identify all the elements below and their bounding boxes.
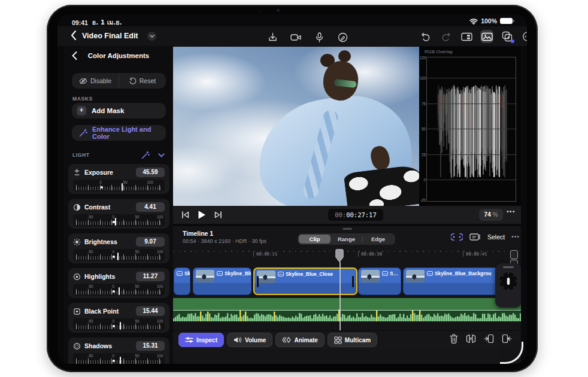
blade-icon[interactable]	[466, 334, 476, 343]
clip-skim-icon[interactable]	[469, 232, 481, 241]
timeline-ruler[interactable]: 00:00:1500:00:3000:00:45	[173, 249, 521, 264]
photo-icon	[217, 271, 223, 276]
slider-default-dot	[113, 256, 115, 258]
volume-button[interactable]: Volume	[227, 333, 272, 347]
multicam-button[interactable]: Multicam	[328, 333, 377, 347]
rgb-overlay-scope: RGB Overlay 1201007550250-20	[419, 47, 521, 206]
slider-value[interactable]: 11.27	[136, 272, 165, 281]
wifi-icon	[469, 18, 478, 25]
slider-cursor[interactable]	[119, 287, 120, 295]
ruler-tick-label: 50	[123, 180, 128, 184]
slider-cursor[interactable]	[120, 357, 121, 364]
blackpoint-icon	[73, 308, 81, 315]
animate-button[interactable]: Animate	[275, 333, 324, 347]
insert-clip-icon[interactable]	[484, 334, 494, 343]
panel-drag-handle[interactable]	[343, 228, 352, 230]
mode-edge[interactable]: Edge	[362, 235, 394, 244]
mic-icon[interactable]	[313, 31, 326, 44]
more-icon[interactable]	[521, 30, 527, 43]
clip-name: Skyline_Blue_Backgrou	[435, 270, 492, 276]
adjust-view-icon[interactable]	[460, 30, 473, 43]
slider-ruler[interactable]: -50050100	[73, 353, 165, 364]
slider-label: Brightness	[84, 238, 132, 245]
scope-gridline	[427, 129, 516, 129]
slider-value[interactable]: 15.31	[136, 341, 165, 351]
audio-clip[interactable]	[173, 298, 521, 321]
effects-icon[interactable]	[501, 30, 514, 43]
scope-axis-label: 25	[420, 152, 426, 156]
slider-ruler[interactable]: 050100	[73, 180, 165, 191]
magnetic-timeline-icon[interactable]	[451, 233, 463, 241]
skip-back-icon[interactable]	[181, 211, 189, 218]
import-icon[interactable]	[266, 31, 279, 44]
slider-value[interactable]: 45.59	[136, 168, 165, 177]
mode-clip[interactable]: Clip	[299, 235, 331, 244]
jog-drag-handle[interactable]	[503, 266, 514, 268]
ruler-tick-label: 100	[157, 284, 163, 288]
slider-ruler[interactable]: -50050100	[73, 249, 165, 261]
playhead-line[interactable]	[340, 262, 341, 332]
trash-icon[interactable]	[450, 334, 458, 343]
viewer-more-icon[interactable]: •••	[507, 208, 516, 215]
slider-label: Black Point	[84, 308, 132, 315]
slider-cursor[interactable]	[117, 253, 119, 260]
play-icon[interactable]	[198, 210, 206, 220]
slider-value[interactable]: 4.41	[136, 202, 165, 212]
scope-axis-label: 120	[420, 56, 426, 60]
redo-icon[interactable]	[440, 30, 453, 43]
collapse-chevron-icon[interactable]	[158, 153, 165, 157]
slider-ruler[interactable]: -50050100	[73, 318, 165, 330]
volume-line[interactable]	[173, 310, 521, 311]
wand-icon[interactable]	[141, 151, 150, 159]
select-button[interactable]: Select	[487, 233, 505, 241]
viewer-zoom-level[interactable]: 74 %	[479, 209, 503, 221]
project-title[interactable]: Video Final Edit	[82, 32, 138, 40]
add-mask-button[interactable]: + Add Mask	[72, 103, 166, 118]
disable-button[interactable]: Disable	[72, 73, 119, 89]
timeline-meta: 00:54 · 3840 x 2160 · HDR · 30 fps	[183, 238, 266, 244]
timeline-clip[interactable]: S…	[358, 267, 401, 295]
light-sliders-list: Exposure 45.59 050100 Contrast 4.41 -500…	[68, 164, 169, 364]
timeline-clip[interactable]: Skyline_Blue_Close	[253, 267, 357, 295]
mode-range[interactable]: Range	[331, 235, 362, 244]
enhance-light-color-button[interactable]: Enhance Light and Color	[72, 125, 166, 141]
inspect-button[interactable]: Inspect	[178, 333, 224, 347]
track-scroll-pill[interactable]	[510, 250, 518, 259]
playhead-handle[interactable]	[335, 249, 344, 263]
trim-handle-right[interactable]	[352, 276, 354, 287]
back-icon[interactable]	[71, 31, 77, 40]
multicam-icon	[334, 336, 342, 344]
slider-cursor[interactable]	[122, 183, 123, 191]
scope-gridline	[427, 154, 516, 155]
reset-button[interactable]: Reset	[119, 73, 166, 89]
adjustment-slider-card: Brightness 9.07 -50050100	[68, 233, 169, 263]
slider-ruler[interactable]: -50050100	[73, 284, 165, 296]
timeline-more-icon[interactable]: •••	[511, 233, 520, 240]
battery-percent: 100%	[481, 17, 497, 25]
undo-icon[interactable]	[419, 30, 432, 43]
trim-handle-left[interactable]	[257, 276, 259, 287]
scope-gridline	[427, 78, 516, 78]
jog-wheel-dial[interactable]	[498, 270, 519, 292]
clip-name: Skyline_Blue_Close	[286, 271, 333, 277]
ruler-tick-label: 0	[113, 284, 115, 288]
slider-value[interactable]: 9.07	[136, 237, 165, 247]
timeline-toolbar: InspectVolumeAnimateMulticam	[173, 330, 521, 349]
viewer-video[interactable]	[173, 47, 419, 206]
pencil-circle-icon[interactable]	[336, 31, 349, 44]
ruler-time-label: 00:00:30	[358, 251, 382, 257]
timeline-clip[interactable]: Sk…	[174, 267, 190, 295]
ruler-time-label: 00:00:45	[463, 251, 487, 257]
tool-label: Multicam	[345, 337, 371, 343]
camera-icon[interactable]	[289, 31, 302, 44]
slider-value[interactable]: 15.44	[136, 306, 165, 316]
slider-cursor[interactable]	[120, 322, 121, 330]
slider-ruler[interactable]: -50050100	[73, 214, 165, 226]
jog-wheel[interactable]	[495, 263, 521, 308]
timeline-clip[interactable]: Skyline_Blue_Wide	[193, 267, 251, 295]
chevron-down-icon[interactable]	[147, 32, 156, 41]
tool-label: Volume	[245, 337, 266, 343]
skip-forward-icon[interactable]	[214, 211, 222, 218]
slider-cursor[interactable]	[115, 218, 116, 226]
media-browser-icon[interactable]	[480, 30, 493, 43]
